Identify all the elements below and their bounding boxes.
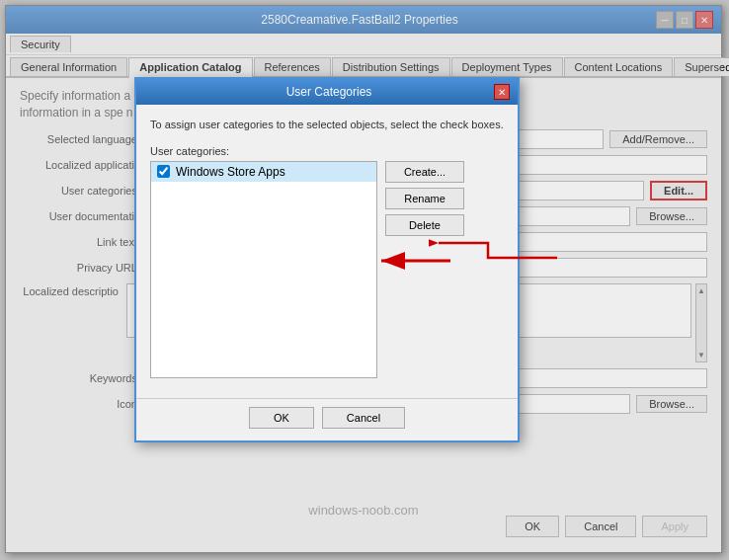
delete-button[interactable]: Delete xyxy=(385,214,464,236)
dialog-cancel-button[interactable]: Cancel xyxy=(322,407,405,429)
dialog-actions: Create... Rename Delete xyxy=(385,161,464,378)
create-button[interactable]: Create... xyxy=(385,161,464,183)
dialog-footer: OK Cancel xyxy=(136,398,518,440)
categories-list[interactable]: Windows Store Apps xyxy=(150,161,377,378)
dialog-description: To assign user categories to the selecte… xyxy=(150,117,504,133)
dialog-body: Windows Store Apps Create... Rename Dele… xyxy=(150,161,504,378)
dialog-ok-button[interactable]: OK xyxy=(249,407,314,429)
dialog-close-button[interactable]: ✕ xyxy=(494,84,510,100)
category-checkbox-windows-store-apps[interactable] xyxy=(157,165,170,178)
dialog-title: User Categories xyxy=(164,85,494,99)
dialog-categories-label: User categories: xyxy=(150,145,504,157)
category-item-windows-store-apps[interactable]: Windows Store Apps xyxy=(151,162,376,182)
main-window: 2580Creamative.FastBall2 Properties ─ □ … xyxy=(5,5,722,553)
rename-button[interactable]: Rename xyxy=(385,188,464,209)
category-item-label: Windows Store Apps xyxy=(176,165,285,179)
dialog-content: To assign user categories to the selecte… xyxy=(136,105,518,390)
dialog-title-bar: User Categories ✕ xyxy=(136,79,518,105)
user-categories-dialog: User Categories ✕ To assign user categor… xyxy=(134,77,520,442)
